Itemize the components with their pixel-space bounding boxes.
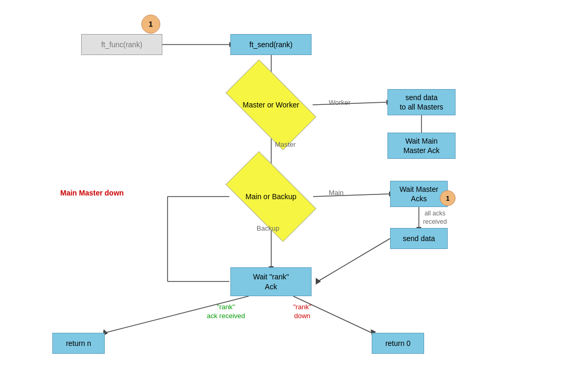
send-data-masters-node: send datato all Masters [387, 89, 456, 115]
svg-marker-16 [316, 278, 321, 285]
all-acks-label: all acksreceived [423, 210, 447, 226]
ft-func-node: ft_func(rank) [81, 34, 162, 55]
svg-line-15 [317, 238, 390, 282]
wait-rank-ack-node: Wait "rank"Ack [230, 267, 312, 296]
return-0-node: return 0 [372, 333, 424, 354]
backup-label: Backup [257, 224, 279, 232]
wait-master-acks-node: Wait MasterAcks [390, 181, 448, 207]
ft-send-node: ft_send(rank) [230, 34, 312, 55]
master-label: Master [275, 140, 296, 148]
main-master-down-label: Main Master down [60, 189, 124, 197]
send-data-node: send data [390, 228, 448, 249]
return-n-node: return n [52, 333, 105, 354]
svg-line-11 [313, 194, 389, 197]
rank-down-label: "rank"down [293, 303, 312, 321]
worker-label: Worker [329, 99, 351, 106]
connector-circle: 1 [440, 190, 456, 206]
flowchart-canvas: 1 ft_func(rank) ft_send(rank) Master or … [0, 0, 588, 369]
main-label: Main [329, 189, 343, 197]
main-backup-diamond: Main or Backup [230, 173, 312, 220]
start-circle: 1 [141, 15, 160, 34]
wait-main-master-node: Wait MainMaster Ack [387, 133, 456, 159]
rank-ack-label: "rank"ack received [207, 303, 245, 321]
master-worker-diamond: Master or Worker [230, 81, 312, 128]
